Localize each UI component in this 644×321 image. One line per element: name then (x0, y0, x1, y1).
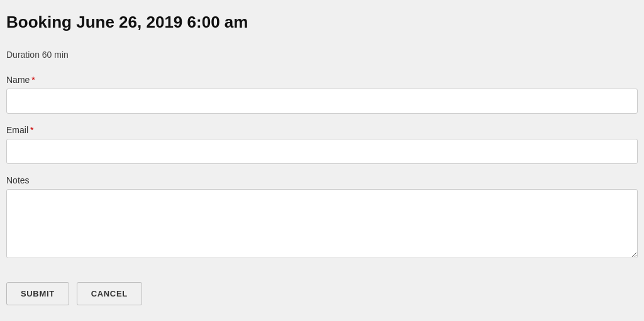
email-required-star: * (30, 125, 33, 135)
notes-field-group: Notes (6, 175, 638, 261)
name-input[interactable] (6, 89, 638, 114)
email-label: Email * (6, 125, 638, 135)
notes-label: Notes (6, 175, 638, 185)
notes-textarea[interactable] (6, 189, 638, 258)
cancel-button[interactable]: CANCEL (77, 282, 142, 305)
email-field-group: Email * (6, 125, 638, 164)
page-title: Booking June 26, 2019 6:00 am (6, 13, 638, 32)
name-field-group: Name * (6, 75, 638, 114)
page-container: Booking June 26, 2019 6:00 am Duration 6… (0, 0, 644, 318)
button-row: SUBMIT CANCEL (6, 276, 638, 305)
submit-button[interactable]: SUBMIT (6, 282, 69, 305)
name-required-star: * (31, 75, 35, 85)
name-label: Name * (6, 75, 638, 85)
duration-text: Duration 60 min (6, 50, 638, 60)
email-input[interactable] (6, 139, 638, 164)
